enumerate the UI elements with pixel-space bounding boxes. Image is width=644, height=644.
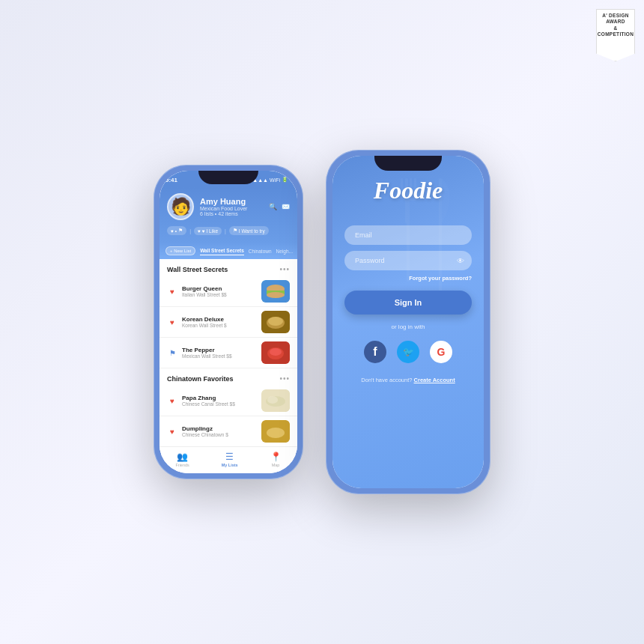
restaurant-info: Dumplingz Chinese Chinatown $ — [182, 425, 257, 437]
google-icon: G — [437, 346, 446, 358]
or-label: or log in with — [344, 323, 472, 330]
status-icons: ▲▲▲ WiFi 🔋 — [252, 177, 288, 183]
restaurant-image — [261, 389, 290, 412]
signin-button[interactable]: Sign In — [344, 291, 472, 315]
facebook-icon: f — [373, 345, 377, 359]
nav-map[interactable]: 📍 Map — [270, 452, 282, 467]
status-time: 9:41 — [165, 177, 177, 183]
my-lists-icon: ☰ — [225, 452, 234, 462]
battery-icon: 🔋 — [282, 177, 288, 183]
login-screen: Foodie 👁 Forgot your password? Sign In o… — [332, 156, 484, 488]
social-login-row: f 🐦 G — [344, 341, 472, 363]
nav-friends[interactable]: 👥 Friends — [175, 452, 189, 467]
forgot-password-link[interactable]: Forgot your password? — [344, 275, 472, 282]
twitter-icon: 🐦 — [403, 347, 414, 357]
right-notch — [374, 156, 442, 171]
restaurant-image — [261, 420, 290, 443]
restaurant-info: Burger Queen Italian Wall Street $$ — [182, 285, 257, 297]
login-form: 👁 Forgot your password? Sign In or log i… — [344, 225, 472, 383]
left-phone: 9:41 ▲▲▲ WiFi 🔋 🧑 Amy Huang — [154, 165, 303, 479]
right-phone-inner: Foodie 👁 Forgot your password? Sign In o… — [332, 156, 484, 488]
section-more-icon[interactable]: ••• — [279, 265, 290, 273]
restaurant-image — [261, 341, 290, 364]
favorite-heart-icon: ♥ — [167, 426, 177, 437]
restaurant-name: Papa Zhang — [182, 395, 257, 401]
tab-wall-street[interactable]: Wall Street Secrets — [200, 246, 244, 255]
nav-my-lists[interactable]: ☰ My Lists — [222, 452, 238, 467]
new-list-button[interactable]: + New List — [165, 246, 195, 255]
profile-subtitle: Mexican Food Lover — [200, 206, 263, 211]
tab-neighborhood[interactable]: Neigh... — [276, 247, 293, 255]
map-icon: 📍 — [270, 452, 282, 462]
section-more-icon[interactable]: ••• — [279, 374, 290, 383]
favorite-heart-icon: ♥ — [167, 286, 177, 297]
restaurant-image — [261, 311, 290, 333]
list-item[interactable]: ♥ Dumplingz Chinese Chinatown $ — [160, 416, 297, 446]
right-phone: Foodie 👁 Forgot your password? Sign In o… — [326, 150, 490, 494]
list-item[interactable]: ♥ Burger Queen Italian Wall Street $$ — [160, 276, 297, 307]
password-row: 👁 — [344, 251, 472, 270]
avatar-emoji: 🧑 — [171, 198, 191, 215]
restaurant-info: Papa Zhang Chinese Canal Street $$ — [182, 395, 257, 407]
twitter-login-button[interactable]: 🐦 — [397, 341, 419, 363]
bottom-navigation: 👥 Friends ☰ My Lists 📍 Map — [160, 446, 297, 473]
left-phone-inner: 9:41 ▲▲▲ WiFi 🔋 🧑 Amy Huang — [160, 171, 297, 473]
award-badge: A' DESIGN AWARD & COMPETITION — [596, 9, 635, 61]
restaurant-image — [261, 280, 290, 303]
favorites-btn[interactable]: ♥•⚑ — [167, 226, 186, 235]
lists-screen: 9:41 ▲▲▲ WiFi 🔋 🧑 Amy Huang — [160, 171, 297, 473]
profile-top: 🧑 Amy Huang Mexican Food Lover 6 lists •… — [167, 193, 290, 220]
restaurant-meta: Korean Wall Street $ — [182, 323, 257, 328]
restaurant-meta: Chinese Canal Street $$ — [182, 401, 257, 407]
google-login-button[interactable]: G — [430, 341, 452, 363]
award-text-line1: A' DESIGN AWARD — [600, 13, 631, 25]
facebook-login-button[interactable]: f — [364, 341, 386, 363]
svg-point-14 — [267, 428, 285, 438]
section-chinatown-title: Chinatown Favorites — [167, 375, 234, 383]
left-notch — [198, 171, 258, 184]
tab-chinatown[interactable]: Chinatown — [249, 247, 272, 255]
email-input[interactable] — [344, 225, 472, 245]
scene: A' DESIGN AWARD & COMPETITION 9:41 ▲▲▲ W… — [0, 0, 644, 644]
svg-point-12 — [267, 396, 278, 404]
wifi-icon: WiFi — [270, 177, 280, 183]
favorite-heart-icon: ♥ — [167, 395, 177, 406]
filter-tabs-row: + New List Wall Street Secrets Chinatown… — [160, 243, 297, 259]
flag-icon: ⚑ — [167, 347, 177, 358]
i-like-btn[interactable]: ♥♥ I Like — [194, 227, 222, 235]
svg-point-9 — [270, 348, 282, 356]
restaurant-meta: Italian Wall Street $$ — [182, 292, 257, 297]
app-logo: Foodie — [374, 177, 443, 204]
svg-point-6 — [268, 317, 283, 326]
restaurant-meta: Chinese Chinatown $ — [182, 432, 257, 437]
message-icon[interactable]: ✉️ — [282, 203, 290, 210]
list-content: Wall Street Secrets ••• ♥ Burger Queen I… — [160, 259, 297, 446]
create-account-link[interactable]: Create Account — [414, 377, 455, 383]
restaurant-name: Korean Deluxe — [182, 316, 257, 323]
profile-header: 🧑 Amy Huang Mexican Food Lover 6 lists •… — [160, 187, 297, 243]
profile-info: Amy Huang Mexican Food Lover 6 lists • 4… — [200, 197, 263, 216]
eye-icon[interactable]: 👁 — [457, 257, 464, 265]
profile-stat-buttons: ♥•⚑ | ♥♥ I Like | ⚑ I Want to try — [167, 226, 290, 235]
restaurant-name: The Pepper — [182, 347, 257, 353]
restaurant-name: Burger Queen — [182, 285, 257, 292]
profile-action-icons: 🔍 ✉️ — [269, 203, 290, 210]
restaurant-info: The Pepper Mexican Wall Street $$ — [182, 347, 257, 359]
list-item[interactable]: ♥ Papa Zhang Chinese Canal Street $$ — [160, 386, 297, 416]
password-input[interactable] — [344, 251, 472, 270]
section-wall-street-title: Wall Street Secrets — [167, 266, 228, 273]
profile-stats: 6 lists • 42 items — [200, 211, 263, 216]
nav-my-lists-label: My Lists — [222, 463, 238, 467]
restaurant-meta: Mexican Wall Street $$ — [182, 353, 257, 359]
nav-map-label: Map — [272, 463, 280, 467]
list-item[interactable]: ⚑ The Pepper Mexican Wall Street $$ — [160, 338, 297, 368]
profile-name: Amy Huang — [200, 197, 263, 206]
search-icon[interactable]: 🔍 — [269, 203, 277, 210]
list-item[interactable]: ♥ Korean Deluxe Korean Wall Street $ — [160, 307, 297, 338]
section-chinatown-header: Chinatown Favorites ••• — [160, 368, 297, 386]
award-text-line2: & COMPETITION — [598, 25, 634, 38]
restaurant-info: Korean Deluxe Korean Wall Street $ — [182, 316, 257, 328]
want-to-try-btn[interactable]: ⚑ I Want to try — [229, 226, 269, 235]
section-wall-street-header: Wall Street Secrets ••• — [160, 259, 297, 276]
signup-prompt: Don't have account? Create Account — [344, 377, 472, 383]
